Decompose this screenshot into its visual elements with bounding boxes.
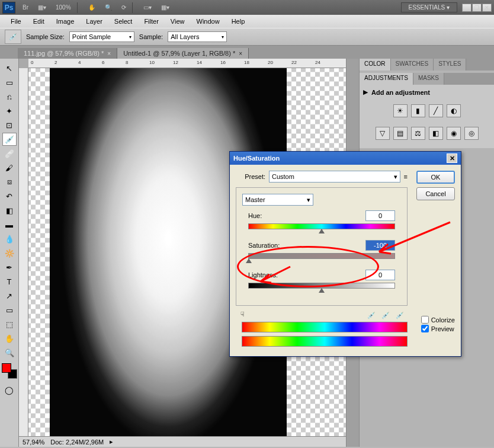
tab-styles[interactable]: STYLES: [434, 59, 466, 71]
hue-slider[interactable]: [248, 223, 395, 229]
channel-mixer-icon[interactable]: ◎: [464, 127, 479, 140]
document-tab[interactable]: 111.jpg @ 57,9% (RGB/8) *×: [18, 48, 117, 59]
menu-layer[interactable]: Layer: [80, 16, 108, 27]
curves-icon[interactable]: ╱: [429, 104, 443, 117]
tab-masks[interactable]: MASKS: [413, 73, 444, 85]
healing-brush-tool[interactable]: 🩹: [2, 147, 17, 160]
options-bar: 💉 Sample Size: Point Sample▾ Sample: All…: [0, 28, 494, 46]
menu-file[interactable]: File: [5, 16, 27, 27]
sample-size-label: Sample Size:: [26, 33, 65, 40]
saturation-label: Saturation:: [248, 242, 280, 249]
shape-tool[interactable]: ▭: [2, 303, 17, 316]
hue-label: Hue:: [248, 212, 262, 219]
levels-icon[interactable]: ▮: [411, 104, 425, 117]
close-button[interactable]: ✕: [482, 4, 492, 12]
3d-tool[interactable]: ⬚: [2, 318, 17, 331]
quick-mask-tool[interactable]: ◯: [2, 383, 17, 396]
marquee-tool[interactable]: ▭: [2, 76, 17, 89]
zoom-level[interactable]: 100%: [53, 3, 73, 12]
document-tab[interactable]: Untitled-1 @ 57,9% (Layer 1, RGB/8) *×: [117, 48, 249, 59]
pen-tool[interactable]: ✒: [2, 261, 17, 274]
photo-filter-icon[interactable]: ◉: [447, 127, 461, 140]
menu-view[interactable]: View: [165, 16, 191, 27]
preview-checkbox[interactable]: Preview: [421, 325, 455, 332]
add-adjustment-label: Add an adjustment: [371, 89, 430, 96]
eyedropper-plus-icon[interactable]: 💉: [380, 310, 391, 321]
lightness-input[interactable]: [365, 270, 395, 280]
minimize-button[interactable]: _: [462, 4, 471, 12]
dialog-close-button[interactable]: ✕: [447, 153, 457, 163]
restore-button[interactable]: ❐: [472, 4, 482, 12]
color-balance-icon[interactable]: ⚖: [411, 127, 425, 140]
vertical-ruler: [19, 68, 28, 436]
play-icon[interactable]: ▶: [363, 88, 368, 96]
eyedropper-icon[interactable]: 💉: [366, 310, 377, 321]
magnify-icon[interactable]: 🔍: [102, 3, 114, 12]
eyedropper-tool[interactable]: 💉: [2, 133, 17, 146]
hue-sat-icon[interactable]: ▤: [393, 127, 408, 140]
ok-button[interactable]: OK: [416, 171, 455, 184]
cancel-button[interactable]: Cancel: [416, 187, 455, 200]
exposure-icon[interactable]: ◐: [447, 104, 461, 117]
arrange-icon[interactable]: ▭▾: [141, 3, 154, 12]
vibrance-icon[interactable]: ▽: [376, 127, 390, 140]
rotate-icon[interactable]: ⟳: [119, 3, 129, 12]
tab-swatches[interactable]: SWATCHES: [391, 59, 434, 71]
close-icon[interactable]: ×: [107, 50, 111, 57]
tab-adjustments[interactable]: ADJUSTMENTS: [360, 73, 413, 85]
dodge-tool[interactable]: 🔆: [2, 247, 17, 260]
brush-tool[interactable]: 🖌: [2, 161, 17, 174]
docs-icon[interactable]: ▦▾: [159, 3, 172, 12]
bridge-icon[interactable]: Br: [20, 3, 31, 12]
color-swatches[interactable]: [2, 363, 17, 379]
hue-saturation-dialog: Hue/Saturation ✕ OK Cancel Preset: Custo…: [229, 151, 461, 357]
adjustments-panel: ▶ Add an adjustment ☀ ▮ ╱ ◐ ▽ ▤ ⚖ ◧ ◉ ◎: [360, 85, 494, 148]
saturation-input[interactable]: [365, 240, 395, 251]
blur-tool[interactable]: 💧: [2, 232, 17, 245]
bw-icon[interactable]: ◧: [429, 127, 443, 140]
menu-edit[interactable]: Edit: [27, 16, 50, 27]
stamp-tool[interactable]: ⧇: [2, 175, 17, 188]
hand-tool[interactable]: ✋: [2, 332, 17, 345]
lasso-tool[interactable]: ⎌: [2, 90, 17, 103]
document-size: Doc: 2,24M/2,96M: [50, 439, 104, 446]
hue-input[interactable]: [365, 210, 395, 221]
finger-scrub-icon[interactable]: ☟: [240, 311, 245, 318]
brightness-icon[interactable]: ☀: [393, 104, 408, 117]
zoom-tool[interactable]: 🔍: [2, 346, 17, 359]
preset-dropdown[interactable]: Custom▾: [269, 171, 400, 183]
menu-help[interactable]: Help: [226, 16, 251, 27]
current-tool-eyedropper[interactable]: 💉: [5, 30, 21, 44]
screen-mode-icon[interactable]: ▦▾: [36, 3, 49, 12]
preset-menu-icon[interactable]: ≡: [404, 173, 408, 180]
eraser-tool[interactable]: ◧: [2, 204, 17, 217]
saturation-slider[interactable]: [248, 253, 395, 259]
menu-select[interactable]: Select: [108, 16, 139, 27]
type-tool[interactable]: T: [2, 275, 17, 288]
foreground-color[interactable]: [2, 363, 11, 373]
zoom-percentage[interactable]: 57,94%: [23, 439, 44, 446]
eyedropper-minus-icon[interactable]: 💉: [394, 310, 405, 321]
move-tool[interactable]: ↖: [2, 62, 17, 75]
preset-label: Preset:: [236, 173, 265, 180]
gradient-tool[interactable]: ▬: [2, 218, 17, 231]
magic-wand-tool[interactable]: ✦: [2, 104, 17, 117]
history-brush-tool[interactable]: ↶: [2, 190, 17, 203]
lightness-slider[interactable]: [248, 283, 395, 289]
colorize-checkbox[interactable]: Colorize: [421, 316, 455, 324]
close-icon[interactable]: ×: [239, 50, 242, 57]
hand-icon[interactable]: ✋: [86, 3, 98, 12]
status-arrow-icon[interactable]: ▸: [110, 438, 113, 446]
path-selection-tool[interactable]: ↗: [2, 289, 17, 302]
workspace-switcher[interactable]: ESSENTIALS ▾: [401, 2, 457, 12]
menu-image[interactable]: Image: [50, 16, 81, 27]
tab-color[interactable]: COLOR: [360, 59, 391, 71]
crop-tool[interactable]: ⊡: [2, 119, 17, 132]
menu-window[interactable]: Window: [191, 16, 226, 27]
channel-dropdown[interactable]: Master▾: [242, 194, 313, 206]
dialog-titlebar[interactable]: Hue/Saturation ✕: [230, 152, 461, 165]
menu-filter[interactable]: Filter: [138, 16, 164, 27]
menu-bar: File Edit Image Layer Select Filter View…: [0, 15, 494, 28]
sample-size-dropdown[interactable]: Point Sample▾: [69, 31, 134, 42]
sample-dropdown[interactable]: All Layers▾: [168, 31, 227, 42]
